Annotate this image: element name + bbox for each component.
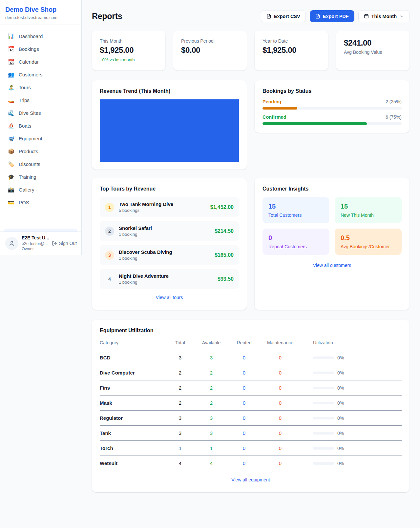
cell-maintenance: 0 (261, 415, 300, 421)
cell-available: 3 (195, 430, 228, 436)
cell-available: 1 (195, 445, 228, 451)
nav-item-icon: 📅 (8, 47, 14, 52)
tour-name: Night Dive Adventure (119, 273, 213, 279)
user-role: Owner (22, 246, 49, 252)
stat-card: Avg Booking Value $241.00 (336, 30, 410, 71)
nav-item-label: POS (19, 200, 29, 205)
utilization-percent: 0% (337, 416, 344, 421)
sidebar-nav-item[interactable]: 🎓 Training (4, 171, 77, 183)
cell-available: 2 (195, 400, 228, 406)
insight-tile: 15 Total Customers (262, 197, 329, 223)
sidebar-nav-item[interactable]: 📊 Dashboard (4, 30, 77, 42)
tour-bookings: 5 bookings (119, 208, 206, 213)
user-panel: E2E Test U... e2e-tester@... Owner Sign … (0, 232, 81, 255)
stat-value: $1,925.00 (262, 46, 320, 55)
calendar-icon (364, 14, 369, 19)
cell-maintenance: 0 (261, 400, 300, 406)
sidebar-nav-item[interactable]: 💳 POS (4, 196, 77, 209)
page-header: Reports Export CSV Export PDF This Month (92, 10, 410, 22)
cell-rented: 0 (228, 445, 261, 451)
sidebar-nav-item[interactable]: 🌊 Dive Sites (4, 107, 77, 119)
utilization-percent: 0% (337, 385, 344, 391)
person-icon (9, 240, 15, 247)
shop-domain: demo.test.divestreams.com (5, 15, 76, 20)
cell-category: Tank (100, 430, 165, 436)
utilization-percent: 0% (337, 400, 344, 406)
cell-utilization: 0% (300, 461, 402, 466)
cell-total: 4 (165, 460, 195, 466)
period-select[interactable]: This Month (358, 10, 410, 22)
view-all-customers-link[interactable]: View all customers (262, 261, 402, 270)
export-pdf-button[interactable]: Export PDF (310, 10, 354, 22)
sidebar-nav-item[interactable]: 👥 Customers (4, 69, 77, 81)
status-count: 6 (75%) (386, 114, 402, 120)
cell-utilization: 0% (300, 355, 402, 360)
insight-value: 0 (268, 234, 324, 242)
insight-grid: 15 Total Customers 15 New This Month 0 R… (262, 197, 402, 255)
rank-badge: 3 (105, 251, 114, 260)
cell-utilization: 0% (300, 370, 402, 376)
user-email: e2e-tester@... (22, 241, 49, 246)
insight-label: New This Month (341, 213, 396, 218)
sidebar-nav-item[interactable]: 📆 Calendar (4, 56, 77, 68)
top-tours-card: Top Tours by Revenue 1 Two Tank Morning … (92, 178, 247, 310)
sidebar-nav-item[interactable]: ⛵ Boats (4, 120, 77, 132)
equipment-table-row: BCD 3 3 0 0 0% (100, 350, 402, 365)
sidebar-nav-item[interactable]: 📸 Gallery (4, 184, 77, 196)
cell-category: Dive Computer (100, 370, 165, 376)
nav-item-icon: 📊 (8, 34, 14, 39)
shop-name: Demo Dive Shop (5, 6, 76, 13)
col-header-category: Category (100, 340, 165, 345)
col-header-available: Available (195, 340, 228, 345)
status-progress-fill (262, 107, 297, 110)
rank-badge: 4 (105, 274, 114, 284)
status-item: Pending 2 (25%) (262, 99, 402, 110)
cell-category: Fins (100, 385, 165, 391)
utilization-track (313, 387, 334, 389)
cell-category: Regulator (100, 415, 165, 421)
tour-list-item[interactable]: 1 Two Tank Morning Dive 5 bookings $1,45… (100, 197, 239, 217)
utilization-track (313, 462, 334, 465)
equipment-table-row: Mask 2 2 0 0 0% (100, 396, 402, 411)
nav-item-icon: 📆 (8, 59, 14, 65)
view-all-tours-link[interactable]: View all tours (100, 293, 239, 302)
tour-list-item[interactable]: 2 Snorkel Safari 1 booking $214.50 (100, 221, 239, 241)
utilization-track (313, 372, 334, 374)
tour-info: Snorkel Safari 1 booking (119, 225, 210, 237)
cell-total: 3 (165, 415, 195, 421)
sidebar-nav-item[interactable]: 🏝️ Tours (4, 81, 77, 93)
sidebar-nav-item[interactable]: 🤿 Equipment (4, 132, 77, 145)
bookings-status-title: Bookings by Status (262, 88, 402, 94)
sidebar-nav-item[interactable]: 🚤 Trips (4, 94, 77, 106)
sidebar-nav: 📊 Dashboard 📅 Bookings 📆 Calendar 👥 Cust… (0, 25, 81, 228)
cell-total: 2 (165, 400, 195, 406)
sign-out-button[interactable]: Sign Out (52, 241, 77, 246)
status-progress-fill (262, 122, 367, 125)
sidebar: Demo Dive Shop demo.test.divestreams.com… (0, 0, 82, 255)
nav-item-label: Gallery (19, 187, 34, 193)
cell-total: 3 (165, 355, 195, 360)
tour-list-item[interactable]: 3 Discover Scuba Diving 1 booking $165.0… (100, 245, 239, 265)
utilization-percent: 0% (337, 461, 344, 466)
nav-item-label: Equipment (19, 136, 42, 141)
sidebar-nav-item[interactable]: 📅 Bookings (4, 43, 77, 55)
sidebar-nav-item[interactable]: 📦 Products (4, 145, 77, 157)
tour-info: Two Tank Morning Dive 5 bookings (119, 201, 206, 213)
export-csv-button[interactable]: Export CSV (261, 10, 306, 22)
stat-label: This Month (100, 38, 158, 44)
nav-item-label: Products (19, 149, 38, 154)
bookings-status-card: Bookings by Status Pending 2 (25%) (255, 80, 410, 133)
tour-list-item[interactable]: 4 Night Dive Adventure 1 booking $93.50 (100, 269, 239, 289)
sidebar-nav-item[interactable]: 🏷️ Discounts (4, 158, 77, 170)
equipment-table-row: Fins 2 2 0 0 0% (100, 380, 402, 396)
cell-rented: 0 (228, 400, 261, 406)
stat-card: Year to Date $1,925.00 (255, 30, 328, 71)
cell-maintenance: 0 (261, 445, 300, 451)
cell-maintenance: 0 (261, 385, 300, 391)
stat-value: $241.00 (344, 38, 402, 48)
nav-item-icon: 🏷️ (8, 162, 14, 167)
cell-available: 3 (195, 415, 228, 421)
view-all-equipment-link[interactable]: View all equipment (100, 475, 402, 484)
period-label: This Month (371, 14, 397, 19)
nav-item-reports-partial[interactable] (4, 229, 77, 232)
